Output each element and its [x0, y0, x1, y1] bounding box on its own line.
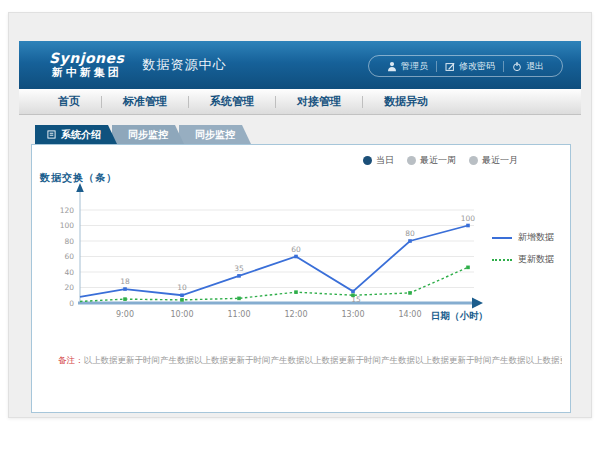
logo-text: Synjones: [49, 51, 124, 66]
admin-user-button[interactable]: 管理员: [379, 60, 436, 73]
svg-text:100: 100: [60, 221, 75, 230]
svg-text:60: 60: [291, 245, 301, 254]
tab-label: 同步监控: [195, 128, 235, 142]
nav-item-system-mgmt[interactable]: 系统管理: [189, 94, 275, 109]
nav-item-interface-mgmt[interactable]: 对接管理: [276, 94, 362, 109]
line-chart: 0204060801001209:0010:0011:0012:0013:001…: [40, 179, 490, 329]
tab-bar: 系统介绍 同步监控 同步监控: [35, 125, 251, 144]
document-icon: [47, 130, 56, 139]
time-range-filter: 当日 最近一周 最近一月: [363, 154, 518, 167]
svg-text:12:00: 12:00: [284, 310, 307, 319]
legend-item-new-data: 新增数据: [492, 231, 554, 244]
svg-text:11:00: 11:00: [227, 310, 250, 319]
footnote-prefix: 备注：: [58, 355, 84, 365]
svg-text:9:00: 9:00: [116, 310, 134, 319]
radio-label: 最近一周: [420, 154, 456, 167]
svg-text:20: 20: [64, 283, 74, 292]
nav-item-standard-mgmt[interactable]: 标准管理: [102, 94, 188, 109]
svg-text:80: 80: [64, 237, 74, 246]
main-nav: 首页 标准管理 系统管理 对接管理 数据异动: [19, 89, 581, 115]
svg-text:35: 35: [234, 264, 244, 273]
svg-text:100: 100: [461, 214, 476, 223]
radio-today[interactable]: 当日: [363, 154, 394, 167]
footnote-text: 以上数据更新于时间产生数据以上数据更新于时间产生数据以上数据更新于时间产生数据以…: [84, 355, 563, 365]
tab-label: 系统介绍: [61, 128, 101, 142]
chart-legend: 新增数据 更新数据: [492, 231, 554, 266]
logout-button[interactable]: 退出: [504, 60, 552, 73]
change-password-button[interactable]: 修改密码: [437, 60, 503, 73]
radio-last-month[interactable]: 最近一月: [469, 154, 518, 167]
change-password-label: 修改密码: [459, 60, 495, 73]
logout-label: 退出: [526, 60, 544, 73]
svg-text:120: 120: [60, 206, 75, 215]
svg-text:18: 18: [120, 277, 130, 286]
legend-line-sample: [492, 237, 512, 239]
tab-system-intro[interactable]: 系统介绍: [35, 125, 117, 144]
edit-icon: [445, 61, 455, 72]
app-window: Synjones 新中新集团 数据资源中心 管理员 修改密码: [8, 12, 592, 418]
legend-label: 更新数据: [518, 253, 554, 266]
user-menu-label: 管理员: [401, 60, 428, 73]
svg-text:13:00: 13:00: [341, 310, 364, 319]
user-icon: [387, 61, 397, 72]
svg-text:日期（小时）: 日期（小时）: [431, 310, 488, 322]
svg-text:40: 40: [64, 268, 74, 277]
power-icon: [512, 61, 522, 72]
legend-label: 新增数据: [518, 231, 554, 244]
nav-item-data-change[interactable]: 数据异动: [363, 94, 449, 109]
svg-text:0: 0: [69, 299, 74, 308]
footnote: 备注：以上数据更新于时间产生数据以上数据更新于时间产生数据以上数据更新于时间产生…: [58, 355, 562, 367]
tab-label: 同步监控: [128, 128, 168, 142]
legend-item-updated-data: 更新数据: [492, 253, 554, 266]
legend-line-sample: [492, 259, 512, 261]
logo-subtext: 新中新集团: [49, 67, 124, 79]
nav-item-home[interactable]: 首页: [37, 94, 101, 109]
radio-last-week[interactable]: 最近一周: [407, 154, 456, 167]
radio-dot-icon: [407, 156, 416, 165]
header: Synjones 新中新集团 数据资源中心 管理员 修改密码: [19, 41, 581, 89]
radio-label: 最近一月: [482, 154, 518, 167]
radio-dot-icon: [469, 156, 478, 165]
brand-logo: Synjones 新中新集团: [49, 51, 124, 78]
svg-text:80: 80: [405, 229, 415, 238]
tab-sync-monitor-1[interactable]: 同步监控: [112, 125, 184, 144]
svg-text:60: 60: [64, 252, 74, 261]
content-panel: 当日 最近一周 最近一月 数据交换（条） 0204060801001209:00…: [31, 144, 571, 413]
user-menu: 管理员 修改密码 退出: [368, 55, 563, 77]
page-title: 数据资源中心: [142, 56, 226, 74]
tab-sync-monitor-2[interactable]: 同步监控: [179, 125, 251, 144]
radio-label: 当日: [376, 154, 394, 167]
svg-text:10: 10: [177, 283, 187, 292]
svg-text:14:00: 14:00: [398, 310, 421, 319]
radio-dot-icon: [363, 156, 372, 165]
svg-text:10:00: 10:00: [170, 310, 193, 319]
